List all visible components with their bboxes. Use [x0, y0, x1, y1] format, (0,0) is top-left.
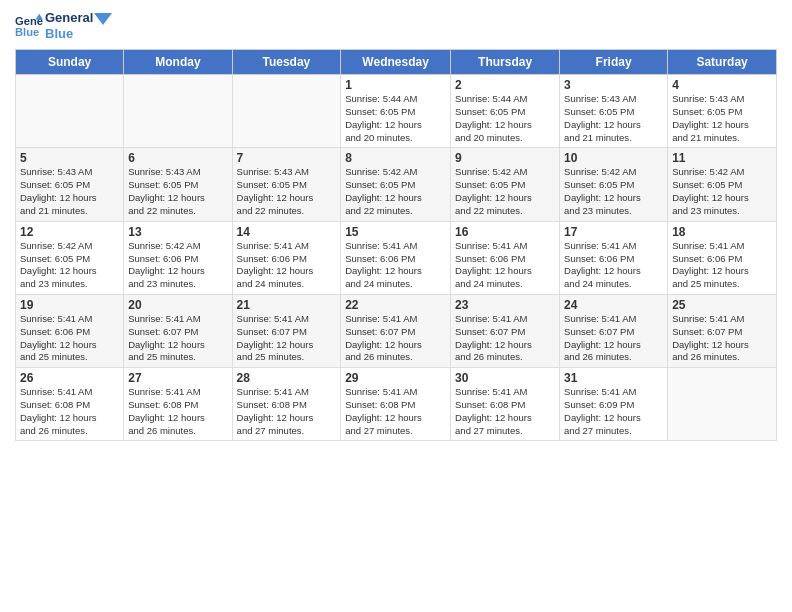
page: General Blue General Blue Sunday Monday … — [0, 0, 792, 612]
table-row: 3Sunrise: 5:43 AMSunset: 6:05 PMDaylight… — [560, 75, 668, 148]
day-number: 29 — [345, 371, 446, 385]
day-info: Sunrise: 5:42 AMSunset: 6:05 PMDaylight:… — [455, 166, 555, 217]
table-row: 15Sunrise: 5:41 AMSunset: 6:06 PMDayligh… — [341, 221, 451, 294]
day-info: Sunrise: 5:44 AMSunset: 6:05 PMDaylight:… — [455, 93, 555, 144]
table-row: 23Sunrise: 5:41 AMSunset: 6:07 PMDayligh… — [451, 294, 560, 367]
day-info: Sunrise: 5:44 AMSunset: 6:05 PMDaylight:… — [345, 93, 446, 144]
day-info: Sunrise: 5:41 AMSunset: 6:07 PMDaylight:… — [237, 313, 337, 364]
table-row: 18Sunrise: 5:41 AMSunset: 6:06 PMDayligh… — [668, 221, 777, 294]
day-number: 9 — [455, 151, 555, 165]
calendar-week-row: 5Sunrise: 5:43 AMSunset: 6:05 PMDaylight… — [16, 148, 777, 221]
table-row: 22Sunrise: 5:41 AMSunset: 6:07 PMDayligh… — [341, 294, 451, 367]
day-number: 5 — [20, 151, 119, 165]
svg-text:Blue: Blue — [15, 26, 39, 38]
day-info: Sunrise: 5:41 AMSunset: 6:08 PMDaylight:… — [237, 386, 337, 437]
day-number: 7 — [237, 151, 337, 165]
table-row: 2Sunrise: 5:44 AMSunset: 6:05 PMDaylight… — [451, 75, 560, 148]
table-row: 24Sunrise: 5:41 AMSunset: 6:07 PMDayligh… — [560, 294, 668, 367]
table-row — [124, 75, 232, 148]
table-row: 4Sunrise: 5:43 AMSunset: 6:05 PMDaylight… — [668, 75, 777, 148]
day-info: Sunrise: 5:41 AMSunset: 6:06 PMDaylight:… — [345, 240, 446, 291]
table-row — [668, 368, 777, 441]
col-wednesday: Wednesday — [341, 50, 451, 75]
day-number: 16 — [455, 225, 555, 239]
calendar-week-row: 12Sunrise: 5:42 AMSunset: 6:05 PMDayligh… — [16, 221, 777, 294]
table-row: 12Sunrise: 5:42 AMSunset: 6:05 PMDayligh… — [16, 221, 124, 294]
day-info: Sunrise: 5:41 AMSunset: 6:06 PMDaylight:… — [564, 240, 663, 291]
day-number: 12 — [20, 225, 119, 239]
table-row: 11Sunrise: 5:42 AMSunset: 6:05 PMDayligh… — [668, 148, 777, 221]
day-info: Sunrise: 5:41 AMSunset: 6:08 PMDaylight:… — [20, 386, 119, 437]
table-row: 28Sunrise: 5:41 AMSunset: 6:08 PMDayligh… — [232, 368, 341, 441]
table-row: 10Sunrise: 5:42 AMSunset: 6:05 PMDayligh… — [560, 148, 668, 221]
table-row: 6Sunrise: 5:43 AMSunset: 6:05 PMDaylight… — [124, 148, 232, 221]
day-info: Sunrise: 5:42 AMSunset: 6:05 PMDaylight:… — [345, 166, 446, 217]
calendar-week-row: 1Sunrise: 5:44 AMSunset: 6:05 PMDaylight… — [16, 75, 777, 148]
day-info: Sunrise: 5:41 AMSunset: 6:06 PMDaylight:… — [672, 240, 772, 291]
day-info: Sunrise: 5:41 AMSunset: 6:08 PMDaylight:… — [455, 386, 555, 437]
day-info: Sunrise: 5:41 AMSunset: 6:07 PMDaylight:… — [564, 313, 663, 364]
table-row: 29Sunrise: 5:41 AMSunset: 6:08 PMDayligh… — [341, 368, 451, 441]
day-number: 23 — [455, 298, 555, 312]
svg-marker-3 — [94, 13, 112, 25]
day-info: Sunrise: 5:42 AMSunset: 6:05 PMDaylight:… — [672, 166, 772, 217]
table-row: 26Sunrise: 5:41 AMSunset: 6:08 PMDayligh… — [16, 368, 124, 441]
table-row: 30Sunrise: 5:41 AMSunset: 6:08 PMDayligh… — [451, 368, 560, 441]
col-saturday: Saturday — [668, 50, 777, 75]
day-number: 20 — [128, 298, 227, 312]
table-row: 31Sunrise: 5:41 AMSunset: 6:09 PMDayligh… — [560, 368, 668, 441]
table-row — [232, 75, 341, 148]
table-row: 25Sunrise: 5:41 AMSunset: 6:07 PMDayligh… — [668, 294, 777, 367]
day-info: Sunrise: 5:42 AMSunset: 6:05 PMDaylight:… — [20, 240, 119, 291]
day-number: 22 — [345, 298, 446, 312]
day-info: Sunrise: 5:43 AMSunset: 6:05 PMDaylight:… — [672, 93, 772, 144]
day-number: 1 — [345, 78, 446, 92]
day-number: 18 — [672, 225, 772, 239]
day-info: Sunrise: 5:43 AMSunset: 6:05 PMDaylight:… — [564, 93, 663, 144]
day-info: Sunrise: 5:41 AMSunset: 6:06 PMDaylight:… — [20, 313, 119, 364]
day-number: 8 — [345, 151, 446, 165]
day-info: Sunrise: 5:43 AMSunset: 6:05 PMDaylight:… — [20, 166, 119, 217]
day-number: 11 — [672, 151, 772, 165]
col-sunday: Sunday — [16, 50, 124, 75]
table-row: 16Sunrise: 5:41 AMSunset: 6:06 PMDayligh… — [451, 221, 560, 294]
day-info: Sunrise: 5:42 AMSunset: 6:05 PMDaylight:… — [564, 166, 663, 217]
day-info: Sunrise: 5:41 AMSunset: 6:07 PMDaylight:… — [128, 313, 227, 364]
table-row: 19Sunrise: 5:41 AMSunset: 6:06 PMDayligh… — [16, 294, 124, 367]
day-info: Sunrise: 5:43 AMSunset: 6:05 PMDaylight:… — [237, 166, 337, 217]
day-number: 26 — [20, 371, 119, 385]
col-thursday: Thursday — [451, 50, 560, 75]
table-row: 9Sunrise: 5:42 AMSunset: 6:05 PMDaylight… — [451, 148, 560, 221]
table-row: 7Sunrise: 5:43 AMSunset: 6:05 PMDaylight… — [232, 148, 341, 221]
table-row: 1Sunrise: 5:44 AMSunset: 6:05 PMDaylight… — [341, 75, 451, 148]
day-number: 19 — [20, 298, 119, 312]
day-number: 10 — [564, 151, 663, 165]
day-info: Sunrise: 5:41 AMSunset: 6:07 PMDaylight:… — [455, 313, 555, 364]
day-number: 15 — [345, 225, 446, 239]
table-row: 21Sunrise: 5:41 AMSunset: 6:07 PMDayligh… — [232, 294, 341, 367]
table-row: 8Sunrise: 5:42 AMSunset: 6:05 PMDaylight… — [341, 148, 451, 221]
day-number: 27 — [128, 371, 227, 385]
day-info: Sunrise: 5:41 AMSunset: 6:08 PMDaylight:… — [128, 386, 227, 437]
table-row — [16, 75, 124, 148]
day-number: 21 — [237, 298, 337, 312]
day-info: Sunrise: 5:42 AMSunset: 6:06 PMDaylight:… — [128, 240, 227, 291]
calendar-header-row: Sunday Monday Tuesday Wednesday Thursday… — [16, 50, 777, 75]
day-number: 3 — [564, 78, 663, 92]
calendar-week-row: 26Sunrise: 5:41 AMSunset: 6:08 PMDayligh… — [16, 368, 777, 441]
header: General Blue General Blue — [15, 10, 777, 41]
logo: General Blue General Blue — [15, 10, 112, 41]
day-number: 2 — [455, 78, 555, 92]
day-info: Sunrise: 5:41 AMSunset: 6:07 PMDaylight:… — [345, 313, 446, 364]
logo-text: General — [45, 10, 112, 26]
day-info: Sunrise: 5:41 AMSunset: 6:09 PMDaylight:… — [564, 386, 663, 437]
day-number: 25 — [672, 298, 772, 312]
day-number: 30 — [455, 371, 555, 385]
table-row: 14Sunrise: 5:41 AMSunset: 6:06 PMDayligh… — [232, 221, 341, 294]
day-info: Sunrise: 5:41 AMSunset: 6:08 PMDaylight:… — [345, 386, 446, 437]
col-friday: Friday — [560, 50, 668, 75]
day-number: 6 — [128, 151, 227, 165]
day-info: Sunrise: 5:41 AMSunset: 6:07 PMDaylight:… — [672, 313, 772, 364]
col-monday: Monday — [124, 50, 232, 75]
table-row: 17Sunrise: 5:41 AMSunset: 6:06 PMDayligh… — [560, 221, 668, 294]
